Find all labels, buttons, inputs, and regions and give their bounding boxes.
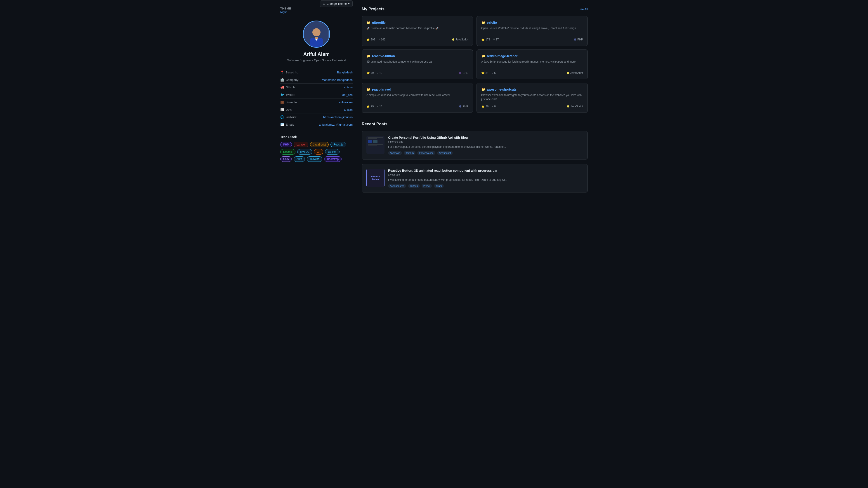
project-card[interactable]: 📁 react-laravel A simple crud based lara… [362, 83, 473, 113]
tech-badge[interactable]: Antd [293, 156, 305, 162]
project-card[interactable]: 📁 awesome-shortcuts Browser extension to… [476, 83, 588, 113]
tech-badge[interactable]: PHP [280, 142, 292, 147]
info-key: 📰 Dev: [280, 108, 292, 111]
info-key: 🐦 Twitter: [280, 93, 295, 96]
star-icon: ⭐ [481, 71, 485, 74]
info-value[interactable]: arifszn [344, 108, 352, 111]
tech-badge[interactable]: React.js [331, 142, 346, 147]
tech-badge[interactable]: Node.js [280, 149, 296, 155]
tech-badge[interactable]: CSS [280, 156, 292, 162]
info-value[interactable]: arifulalamszn@gmail.com [319, 123, 352, 126]
see-all-link[interactable]: See All [579, 7, 588, 11]
folder-icon: 📁 [481, 88, 485, 91]
tech-badge[interactable]: JavaScript [310, 142, 329, 147]
info-key: 💼 LinkedIn: [280, 100, 298, 104]
info-key: ✉️ Email: [280, 123, 294, 126]
project-card[interactable]: 📁 reactive-button 3D animated react butt… [362, 50, 473, 79]
recent-posts-header: Recent Posts [362, 122, 588, 127]
post-tags: #portfolio#github#opensource#javascript [388, 151, 583, 155]
project-desc: A JavaScript package for fetching reddit… [481, 60, 583, 68]
project-card[interactable]: 📁 reddit-image-fetcher A JavaScript pack… [476, 50, 588, 79]
fork-count: 12 [379, 71, 382, 74]
info-value[interactable]: arif_szn [342, 93, 352, 96]
lang-dot [452, 38, 454, 41]
post-card[interactable]: Reactive Button Reactive Button: 3D anim… [362, 164, 588, 193]
folder-icon: 📁 [366, 21, 370, 24]
change-theme-label: Change Theme [327, 2, 347, 5]
tech-badge[interactable]: Laravel [293, 142, 308, 147]
project-footer: ⭐ 79 ⑂ 12 CSS [366, 71, 468, 74]
project-name: reactive-button [372, 54, 395, 58]
profile-bio: Software Engineer • Open Source Enthusia… [287, 59, 346, 62]
theme-label: Theme [280, 7, 291, 10]
info-value[interactable]: ariful-alam [339, 101, 352, 104]
project-card-header: 📁 gitprofile [366, 21, 468, 24]
info-key: 🏢 Company: [280, 78, 299, 82]
project-desc: A simple crud based laravel app to learn… [366, 93, 468, 101]
lang-badge: JavaScript [567, 71, 583, 74]
post-excerpt: I was looking for an animated button lib… [388, 178, 583, 182]
tech-badge[interactable]: MySQL [297, 149, 312, 155]
lang-badge: PHP [459, 105, 468, 108]
star-count: 26 [486, 105, 489, 108]
star-count: 31 [486, 71, 489, 74]
project-card[interactable]: 📁 ezfolio Open Source Portfolio/Resume C… [476, 16, 588, 46]
info-value[interactable]: Bangladesh [337, 71, 352, 74]
info-icon: 📰 [280, 108, 284, 111]
posts-list: Create Personal Portfolio Using Github A… [362, 131, 588, 193]
post-title[interactable]: Create Personal Portfolio Using Github A… [388, 136, 583, 139]
info-icon: 📍 [280, 70, 284, 74]
forks-stat: ⑂ 162 [378, 38, 385, 41]
project-footer: ⭐ 292 ⑂ 162 JavaScript [366, 38, 468, 41]
info-icon: 🐦 [280, 93, 284, 96]
post-tag: #npm [434, 184, 444, 188]
project-card-header: 📁 ezfolio [481, 21, 583, 24]
fork-icon: ⑂ [492, 71, 493, 74]
theme-value: Night [280, 11, 291, 14]
post-tag: #portfolio [388, 151, 402, 155]
info-item: 📰 Dev: arifszn [280, 106, 352, 113]
info-icon: 💼 [280, 100, 284, 104]
project-footer: ⭐ 173 ⑂ 37 PHP [481, 38, 583, 41]
post-title[interactable]: Reactive Button: 3D animated react butto… [388, 169, 583, 172]
lang-badge: JavaScript [452, 38, 468, 41]
change-theme-button[interactable]: ⊞ Change Theme ▾ [320, 0, 352, 7]
lang-badge: CSS [459, 71, 468, 74]
fork-count: 13 [379, 105, 382, 108]
project-card[interactable]: 📁 gitprofile 🚀 Create an automatic portf… [362, 16, 473, 46]
svg-rect-4 [315, 37, 318, 39]
post-thumbnail-reactive: Reactive Button [366, 169, 384, 187]
fork-count: 5 [494, 71, 496, 74]
tech-badge[interactable]: Bootstrap [324, 156, 342, 162]
post-card[interactable]: Create Personal Portfolio Using Github A… [362, 131, 588, 160]
info-icon: 🐙 [280, 86, 284, 89]
tech-badge[interactable]: Docker [325, 149, 340, 155]
info-value[interactable]: https://arifszn.github.io [323, 116, 352, 119]
theme-section: Theme Night ⊞ Change Theme ▾ [280, 7, 352, 14]
sidebar: Theme Night ⊞ Change Theme ▾ [280, 7, 352, 481]
project-name: reddit-image-fetcher [487, 54, 518, 58]
info-value[interactable]: arifszn [344, 86, 352, 89]
project-card-header: 📁 react-laravel [366, 88, 468, 91]
info-item: ✉️ Email: arifulalamszn@gmail.com [280, 121, 352, 128]
info-item: 📍 Based in: Bangladesh [280, 69, 352, 76]
forks-stat: ⑂ 13 [377, 105, 382, 108]
fork-icon: ⑂ [378, 38, 380, 41]
folder-icon: 📁 [366, 54, 370, 58]
tech-badge[interactable]: Git [314, 149, 323, 155]
lang-dot [459, 105, 461, 107]
star-icon: ⭐ [481, 105, 485, 108]
post-date: 8 months ago [388, 140, 583, 143]
project-stats: ⭐ 26 ⑂ 0 [481, 105, 496, 108]
fork-count: 37 [496, 38, 499, 41]
stars-stat: ⭐ 31 [481, 71, 489, 74]
project-desc: 3D animated react button component with … [366, 60, 468, 68]
main-content: My Projects See All 📁 gitprofile 🚀 Creat… [362, 7, 588, 481]
project-footer: ⭐ 29 ⑂ 13 PHP [366, 105, 468, 108]
info-value[interactable]: Monstarlab Bangladesh [322, 78, 352, 82]
tech-badge[interactable]: Tailwind [307, 156, 322, 162]
post-tag: #github [404, 151, 415, 155]
post-tag: #opensource [388, 184, 406, 188]
projects-grid: 📁 gitprofile 🚀 Create an automatic portf… [362, 16, 588, 113]
fork-icon: ⑂ [493, 38, 495, 41]
